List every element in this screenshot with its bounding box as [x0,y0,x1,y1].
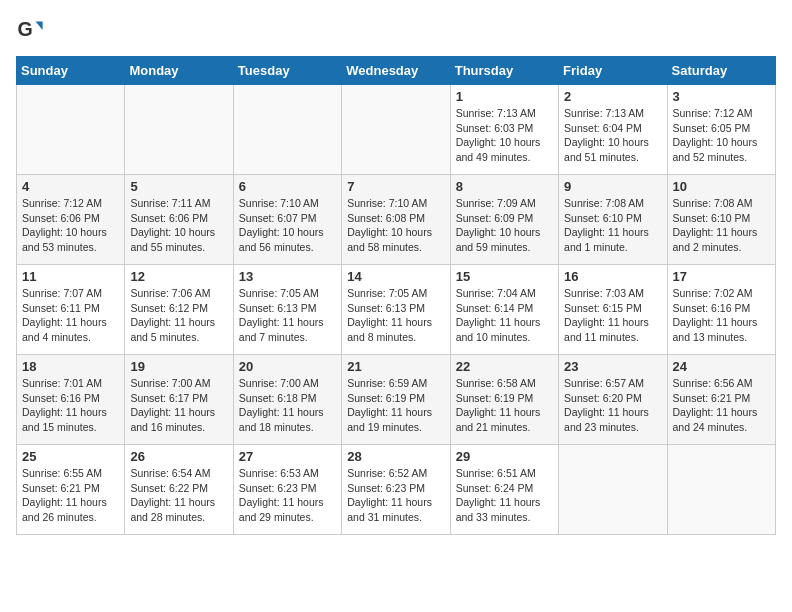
calendar-cell: 12Sunrise: 7:06 AM Sunset: 6:12 PM Dayli… [125,265,233,355]
day-info: Sunrise: 7:10 AM Sunset: 6:07 PM Dayligh… [239,196,336,255]
week-row-5: 25Sunrise: 6:55 AM Sunset: 6:21 PM Dayli… [17,445,776,535]
day-info: Sunrise: 7:08 AM Sunset: 6:10 PM Dayligh… [673,196,770,255]
day-info: Sunrise: 6:57 AM Sunset: 6:20 PM Dayligh… [564,376,661,435]
svg-text:G: G [17,18,32,40]
day-info: Sunrise: 6:51 AM Sunset: 6:24 PM Dayligh… [456,466,553,525]
day-number: 27 [239,449,336,464]
day-number: 17 [673,269,770,284]
day-info: Sunrise: 6:56 AM Sunset: 6:21 PM Dayligh… [673,376,770,435]
calendar-body: 1Sunrise: 7:13 AM Sunset: 6:03 PM Daylig… [17,85,776,535]
day-number: 21 [347,359,444,374]
day-number: 29 [456,449,553,464]
week-row-2: 4Sunrise: 7:12 AM Sunset: 6:06 PM Daylig… [17,175,776,265]
day-number: 11 [22,269,119,284]
weekday-header-sunday: Sunday [17,57,125,85]
day-info: Sunrise: 7:05 AM Sunset: 6:13 PM Dayligh… [347,286,444,345]
calendar-cell: 24Sunrise: 6:56 AM Sunset: 6:21 PM Dayli… [667,355,775,445]
day-number: 28 [347,449,444,464]
day-number: 9 [564,179,661,194]
day-number: 10 [673,179,770,194]
day-info: Sunrise: 7:03 AM Sunset: 6:15 PM Dayligh… [564,286,661,345]
calendar-cell: 10Sunrise: 7:08 AM Sunset: 6:10 PM Dayli… [667,175,775,265]
calendar-cell: 21Sunrise: 6:59 AM Sunset: 6:19 PM Dayli… [342,355,450,445]
day-info: Sunrise: 7:13 AM Sunset: 6:03 PM Dayligh… [456,106,553,165]
weekday-header-wednesday: Wednesday [342,57,450,85]
calendar-cell: 5Sunrise: 7:11 AM Sunset: 6:06 PM Daylig… [125,175,233,265]
day-info: Sunrise: 7:13 AM Sunset: 6:04 PM Dayligh… [564,106,661,165]
day-number: 20 [239,359,336,374]
calendar-cell: 6Sunrise: 7:10 AM Sunset: 6:07 PM Daylig… [233,175,341,265]
day-number: 4 [22,179,119,194]
calendar-cell: 17Sunrise: 7:02 AM Sunset: 6:16 PM Dayli… [667,265,775,355]
calendar-cell: 22Sunrise: 6:58 AM Sunset: 6:19 PM Dayli… [450,355,558,445]
page-header: G [16,16,776,44]
logo-icon: G [16,16,44,44]
day-info: Sunrise: 7:07 AM Sunset: 6:11 PM Dayligh… [22,286,119,345]
day-number: 25 [22,449,119,464]
day-info: Sunrise: 6:58 AM Sunset: 6:19 PM Dayligh… [456,376,553,435]
day-info: Sunrise: 7:11 AM Sunset: 6:06 PM Dayligh… [130,196,227,255]
calendar-cell: 14Sunrise: 7:05 AM Sunset: 6:13 PM Dayli… [342,265,450,355]
day-number: 19 [130,359,227,374]
calendar-cell: 4Sunrise: 7:12 AM Sunset: 6:06 PM Daylig… [17,175,125,265]
week-row-4: 18Sunrise: 7:01 AM Sunset: 6:16 PM Dayli… [17,355,776,445]
calendar-cell: 2Sunrise: 7:13 AM Sunset: 6:04 PM Daylig… [559,85,667,175]
day-number: 12 [130,269,227,284]
calendar-cell: 28Sunrise: 6:52 AM Sunset: 6:23 PM Dayli… [342,445,450,535]
day-info: Sunrise: 7:10 AM Sunset: 6:08 PM Dayligh… [347,196,444,255]
day-number: 15 [456,269,553,284]
day-info: Sunrise: 7:06 AM Sunset: 6:12 PM Dayligh… [130,286,227,345]
day-info: Sunrise: 7:12 AM Sunset: 6:06 PM Dayligh… [22,196,119,255]
weekday-header-saturday: Saturday [667,57,775,85]
weekday-header-monday: Monday [125,57,233,85]
calendar-cell: 1Sunrise: 7:13 AM Sunset: 6:03 PM Daylig… [450,85,558,175]
day-info: Sunrise: 7:01 AM Sunset: 6:16 PM Dayligh… [22,376,119,435]
day-info: Sunrise: 6:59 AM Sunset: 6:19 PM Dayligh… [347,376,444,435]
day-number: 2 [564,89,661,104]
day-info: Sunrise: 7:02 AM Sunset: 6:16 PM Dayligh… [673,286,770,345]
day-number: 14 [347,269,444,284]
calendar-cell [559,445,667,535]
calendar-cell: 7Sunrise: 7:10 AM Sunset: 6:08 PM Daylig… [342,175,450,265]
day-number: 18 [22,359,119,374]
calendar-cell: 23Sunrise: 6:57 AM Sunset: 6:20 PM Dayli… [559,355,667,445]
day-info: Sunrise: 7:12 AM Sunset: 6:05 PM Dayligh… [673,106,770,165]
weekday-row: SundayMondayTuesdayWednesdayThursdayFrid… [17,57,776,85]
day-number: 8 [456,179,553,194]
day-number: 24 [673,359,770,374]
calendar-cell: 13Sunrise: 7:05 AM Sunset: 6:13 PM Dayli… [233,265,341,355]
day-number: 1 [456,89,553,104]
logo: G [16,16,48,44]
weekday-header-thursday: Thursday [450,57,558,85]
day-number: 3 [673,89,770,104]
calendar-cell: 26Sunrise: 6:54 AM Sunset: 6:22 PM Dayli… [125,445,233,535]
day-info: Sunrise: 6:54 AM Sunset: 6:22 PM Dayligh… [130,466,227,525]
calendar-cell [125,85,233,175]
weekday-header-friday: Friday [559,57,667,85]
calendar-cell: 15Sunrise: 7:04 AM Sunset: 6:14 PM Dayli… [450,265,558,355]
day-number: 22 [456,359,553,374]
weekday-header-tuesday: Tuesday [233,57,341,85]
calendar-cell: 19Sunrise: 7:00 AM Sunset: 6:17 PM Dayli… [125,355,233,445]
calendar-table: SundayMondayTuesdayWednesdayThursdayFrid… [16,56,776,535]
calendar-cell [17,85,125,175]
calendar-cell: 8Sunrise: 7:09 AM Sunset: 6:09 PM Daylig… [450,175,558,265]
day-number: 6 [239,179,336,194]
day-info: Sunrise: 7:04 AM Sunset: 6:14 PM Dayligh… [456,286,553,345]
calendar-cell: 11Sunrise: 7:07 AM Sunset: 6:11 PM Dayli… [17,265,125,355]
calendar-header: SundayMondayTuesdayWednesdayThursdayFrid… [17,57,776,85]
calendar-cell [233,85,341,175]
calendar-cell: 3Sunrise: 7:12 AM Sunset: 6:05 PM Daylig… [667,85,775,175]
calendar-cell: 20Sunrise: 7:00 AM Sunset: 6:18 PM Dayli… [233,355,341,445]
calendar-cell: 29Sunrise: 6:51 AM Sunset: 6:24 PM Dayli… [450,445,558,535]
week-row-3: 11Sunrise: 7:07 AM Sunset: 6:11 PM Dayli… [17,265,776,355]
calendar-cell [342,85,450,175]
day-info: Sunrise: 6:53 AM Sunset: 6:23 PM Dayligh… [239,466,336,525]
day-number: 7 [347,179,444,194]
day-info: Sunrise: 7:00 AM Sunset: 6:18 PM Dayligh… [239,376,336,435]
week-row-1: 1Sunrise: 7:13 AM Sunset: 6:03 PM Daylig… [17,85,776,175]
day-number: 16 [564,269,661,284]
calendar-cell: 16Sunrise: 7:03 AM Sunset: 6:15 PM Dayli… [559,265,667,355]
calendar-cell: 9Sunrise: 7:08 AM Sunset: 6:10 PM Daylig… [559,175,667,265]
day-info: Sunrise: 7:05 AM Sunset: 6:13 PM Dayligh… [239,286,336,345]
